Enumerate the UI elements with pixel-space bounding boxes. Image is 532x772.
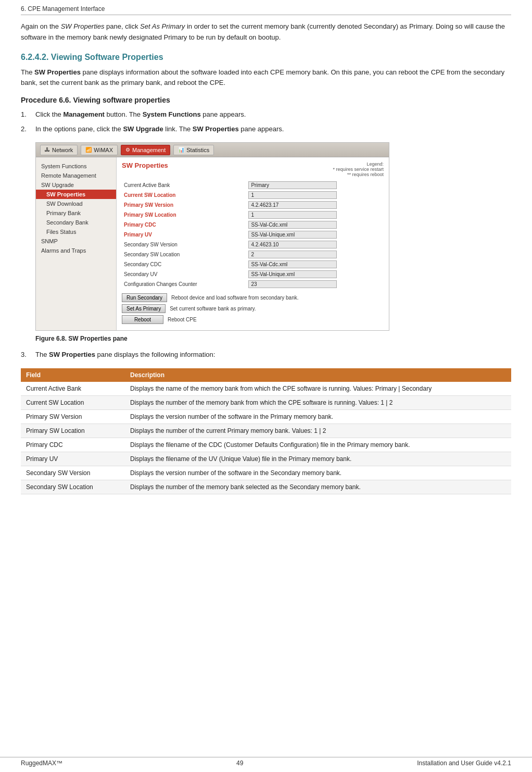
page-container: 6. CPE Management Interface Again on the… [0, 0, 532, 515]
step-2-num: 2. [21, 124, 35, 134]
label-current-sw-location: Current SW Location [122, 190, 247, 200]
label-secondary-sw-version: Secondary SW Version [122, 240, 247, 250]
step-list: 1. Click the Management button. The Syst… [21, 109, 511, 134]
field-secondary-sw-version: Secondary SW Version 4.2.4623.10 [122, 240, 384, 250]
label-secondary-uv: Secondary UV [122, 269, 247, 279]
action-set-as-primary: Set As Primary Set current software bank… [122, 304, 384, 313]
sidebar-primary-bank[interactable]: Primary Bank [36, 208, 116, 218]
sidebar-snmp[interactable]: SNMP [36, 236, 116, 246]
procedure-title: Procedure 6.6. Viewing software properti… [21, 96, 511, 104]
value-current-sw-location: 1 [247, 190, 384, 200]
set-as-primary-button[interactable]: Set As Primary [122, 304, 166, 313]
footer-right: Installation and User Guide v4.2.1 [417, 759, 511, 767]
table-cell-field: Secondary SW Version [21, 466, 125, 480]
step-1-content: Click the Management button. The System … [35, 109, 511, 120]
field-secondary-sw-location: Secondary SW Location 2 [122, 250, 384, 259]
label-primary-uv: Primary UV [122, 230, 247, 240]
value-primary-uv: SS-Val-Unique.xml [247, 230, 384, 240]
table-header-description: Description [125, 368, 511, 382]
properties-table: Current Active Bank Primary Current SW L… [122, 180, 384, 289]
table-row: Primary CDCDisplays the filename of the … [21, 438, 511, 452]
sidebar-sw-download[interactable]: SW Download [36, 199, 116, 208]
sidebar-system-functions[interactable]: System Functions [36, 161, 116, 171]
sidebar-sw-upgrade[interactable]: SW Upgrade [36, 180, 116, 190]
value-secondary-cdc: SS-Val-Cdc.xml [247, 259, 384, 269]
field-primary-sw-version: Primary SW Version 4.2.4623.17 [122, 200, 384, 210]
sw-props-title: SW Properties [122, 161, 168, 169]
sidebar-files-status[interactable]: Files Status [36, 227, 116, 236]
label-secondary-sw-location: Secondary SW Location [122, 250, 247, 259]
table-cell-field: Primary SW Version [21, 409, 125, 424]
section-title: 6.2.4.2. Viewing Software Properties [21, 53, 511, 62]
value-primary-sw-version: 4.2.4623.17 [247, 200, 384, 210]
table-header-field: Field [21, 368, 125, 382]
step-3: 3. The SW Properties pane displays the f… [21, 350, 511, 360]
table-cell-description: Displays the number of the current Prima… [125, 424, 511, 438]
table-row: Secondary SW VersionDisplays the version… [21, 466, 511, 480]
table-row: Primary SW VersionDisplays the version n… [21, 409, 511, 424]
value-secondary-uv: SS-Val-Unique.xml [247, 269, 384, 279]
step-2-content: In the options pane, click the SW Upgrad… [35, 124, 511, 134]
table-row: Primary UVDisplays the filename of the U… [21, 452, 511, 466]
management-icon: ⚙ [125, 147, 130, 153]
reboot-desc: Reboot CPE [168, 317, 197, 322]
run-secondary-desc: Reboot device and load software from sec… [171, 295, 299, 301]
info-table: Field Description Current Active BankDis… [21, 368, 511, 494]
label-secondary-cdc: Secondary CDC [122, 259, 247, 269]
table-cell-description: Displays the number of the memory bank f… [125, 395, 511, 409]
network-icon: 🖧 [45, 147, 50, 153]
table-row: Current SW LocationDisplays the number o… [21, 395, 511, 409]
field-secondary-cdc: Secondary CDC SS-Val-Cdc.xml [122, 259, 384, 269]
label-primary-sw-version: Primary SW Version [122, 200, 247, 210]
tab-network[interactable]: 🖧 Network [40, 145, 78, 155]
table-cell-field: Current SW Location [21, 395, 125, 409]
value-primary-sw-location: 1 [247, 210, 384, 220]
field-primary-uv: Primary UV SS-Val-Unique.xml [122, 230, 384, 240]
section-body: The SW Properties pane displays informat… [21, 67, 511, 89]
tab-management[interactable]: ⚙ Management [121, 145, 170, 155]
screenshot-inner: System Functions Remote Management SW Up… [36, 157, 389, 330]
value-secondary-sw-location: 2 [247, 250, 384, 259]
field-current-sw-location: Current SW Location 1 [122, 190, 384, 200]
table-cell-description: Displays the number of the memory bank s… [125, 480, 511, 494]
table-cell-field: Secondary SW Location [21, 480, 125, 494]
table-cell-description: Displays the name of the memory bank fro… [125, 382, 511, 396]
screenshot-box: 🖧 Network 📶 WiMAX ⚙ Management 📊 Statist… [35, 142, 389, 331]
field-secondary-uv: Secondary UV SS-Val-Unique.xml [122, 269, 384, 279]
sidebar-secondary-bank[interactable]: Secondary Bank [36, 218, 116, 227]
tab-wimax[interactable]: 📶 WiMAX [81, 145, 118, 155]
step-3-num: 3. [21, 350, 35, 360]
run-secondary-button[interactable]: Run Secondary [122, 293, 167, 302]
label-primary-cdc: Primary CDC [122, 220, 247, 230]
label-config-changes-counter: Configuration Changes Counter [122, 279, 247, 289]
sidebar-alarms-traps[interactable]: Alarms and Traps [36, 246, 116, 255]
table-cell-field: Current Active Bank [21, 382, 125, 396]
wimax-icon: 📶 [85, 147, 92, 153]
table-cell-field: Primary SW Location [21, 424, 125, 438]
table-cell-description: Displays the version number of the softw… [125, 409, 511, 424]
tab-statistics[interactable]: 📊 Statistics [173, 145, 214, 155]
field-primary-cdc: Primary CDC SS-Val-Cdc.xml [122, 220, 384, 230]
footer-left: RuggedMAX™ [21, 759, 62, 767]
tab-statistics-label: Statistics [186, 147, 209, 153]
intro-paragraph: Again on the SW Properties pane, click S… [21, 21, 511, 43]
header-title: 6. CPE Management Interface [21, 5, 105, 13]
field-primary-sw-location: Primary SW Location 1 [122, 210, 384, 220]
main-panel: SW Properties Legend: * requires service… [117, 157, 389, 330]
tab-network-label: Network [52, 147, 73, 153]
table-row: Current Active BankDisplays the name of … [21, 382, 511, 396]
value-secondary-sw-version: 4.2.4623.10 [247, 240, 384, 250]
set-as-primary-desc: Set current software bank as primary. [170, 306, 256, 312]
table-row: Secondary SW LocationDisplays the number… [21, 480, 511, 494]
action-run-secondary: Run Secondary Reboot device and load sof… [122, 293, 384, 302]
step-1: 1. Click the Management button. The Syst… [21, 109, 511, 120]
table-cell-field: Primary UV [21, 452, 125, 466]
sidebar-remote-management[interactable]: Remote Management [36, 171, 116, 180]
statistics-icon: 📊 [178, 147, 184, 153]
figure-caption: Figure 6.8. SW Properties pane [35, 335, 511, 342]
value-primary-cdc: SS-Val-Cdc.xml [247, 220, 384, 230]
value-config-changes-counter: 23 [247, 279, 384, 289]
footer-center: 49 [236, 759, 243, 767]
sidebar-sw-properties[interactable]: SW Properties [36, 190, 116, 199]
reboot-button[interactable]: Reboot [122, 315, 163, 324]
